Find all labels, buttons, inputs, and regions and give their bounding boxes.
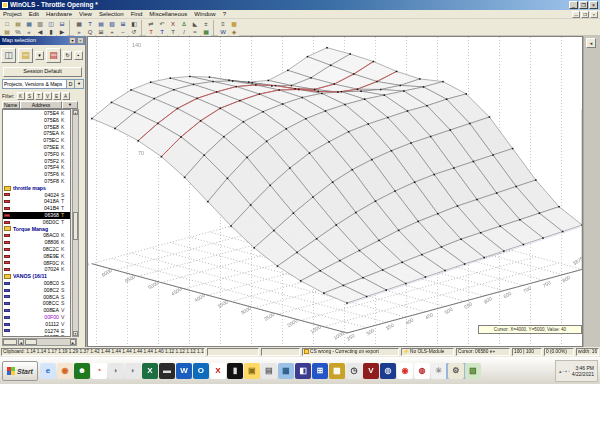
save-icon[interactable]: ▦ xyxy=(24,20,34,28)
text-red-icon[interactable]: T xyxy=(146,28,156,36)
taskbar-excel-icon[interactable]: X xyxy=(142,363,158,379)
percent-icon[interactable]: % xyxy=(13,28,23,36)
taskbar-gallery-icon[interactable]: ▩ xyxy=(329,363,345,379)
print-icon[interactable]: ▥ xyxy=(35,20,45,28)
panel-pin-button[interactable]: ▾ xyxy=(69,37,76,44)
rotate-icon[interactable]: ↺ xyxy=(129,28,139,36)
filter-button-s[interactable]: S xyxy=(26,92,34,100)
map-list-row[interactable]: 075E4K xyxy=(3,110,70,117)
window-split-vertical-icon[interactable]: ⊟ xyxy=(57,20,67,28)
save-map-icon[interactable]: ◫ xyxy=(1,48,16,63)
slope-icon[interactable]: ◣ xyxy=(190,20,200,28)
map-list-row[interactable]: 041B4T xyxy=(3,205,70,212)
map-list-folder-row[interactable]: Torque Manag xyxy=(3,226,70,233)
tray-icon-3[interactable]: ▪ xyxy=(565,368,567,374)
session-default-button[interactable]: Session Default xyxy=(3,67,82,77)
import-folder-icon[interactable]: ▤ xyxy=(46,48,61,63)
filter-button-k[interactable]: K xyxy=(17,92,25,100)
menu-item-help[interactable]: ? xyxy=(223,11,226,17)
map-list-row[interactable]: 075E6K xyxy=(3,117,70,124)
map-list-row[interactable]: 075EAK xyxy=(3,130,70,137)
map-list-folder-row[interactable]: throttle maps xyxy=(3,185,70,192)
taskbar-globe-icon[interactable]: ◍ xyxy=(414,363,430,379)
taskbar-photo-icon[interactable]: ▦ xyxy=(278,363,294,379)
dock-toggle-button[interactable]: ◂ xyxy=(586,38,596,48)
map-list-row[interactable]: 008C0S xyxy=(3,280,70,287)
menu-item-selection[interactable]: Selection xyxy=(99,11,124,17)
undo-icon[interactable]: ↶ xyxy=(157,20,167,28)
new-icon[interactable]: □ xyxy=(2,20,12,28)
split-view-icon[interactable]: ◧ xyxy=(129,20,139,28)
add-icon[interactable]: + xyxy=(107,28,117,36)
taskbar-media-player-icon[interactable]: ◉ xyxy=(57,363,73,379)
menu-item-miscellaneous[interactable]: Miscellaneous xyxy=(149,11,187,17)
column-sort-icon[interactable]: ▼ xyxy=(62,101,78,109)
panel-hscrollbar[interactable]: ◀ ▶ xyxy=(2,338,77,346)
surface-canvas[interactable] xyxy=(88,37,582,346)
taskbar-edge2-icon[interactable]: ◗ xyxy=(125,363,141,379)
pin-icon[interactable]: ▪ xyxy=(74,51,83,60)
menu-item-hardware[interactable]: Hardware xyxy=(46,11,72,17)
nav-last-icon[interactable]: » xyxy=(74,28,84,36)
map-list-row[interactable]: 075F4K xyxy=(3,164,70,171)
filter-button-v[interactable]: V xyxy=(44,92,52,100)
map-list-row[interactable]: 075F0K xyxy=(3,151,70,158)
nav-prev-icon[interactable]: ◀ xyxy=(35,28,45,36)
map-list-row[interactable]: 008C2S xyxy=(3,287,70,294)
scroll-right-icon[interactable]: ▶ xyxy=(70,339,76,345)
map-list-row[interactable]: 075E8K xyxy=(3,124,70,131)
grid-icon[interactable]: ⊞ xyxy=(96,28,106,36)
signed-icon[interactable]: ± xyxy=(201,20,211,28)
map-list-row[interactable]: 075F8K xyxy=(3,178,70,185)
map-list-row[interactable]: 008EAV xyxy=(3,307,70,314)
filter-button-e[interactable]: E xyxy=(53,92,61,100)
map-list-row[interactable]: 075F2K xyxy=(3,158,70,165)
taskbar-clock-app-icon[interactable]: ◷ xyxy=(346,363,362,379)
mdi-minimize-button[interactable]: — xyxy=(572,11,580,18)
view-2d-icon[interactable]: ▤ xyxy=(96,20,106,28)
open-dropdown-icon[interactable]: ▾ xyxy=(35,51,44,60)
hscroll-thumb[interactable] xyxy=(25,339,37,345)
map-list-folder-row[interactable]: VANOS (16/11 xyxy=(3,273,70,280)
scroll-left-icon[interactable]: ◀ xyxy=(18,339,24,345)
scroll-down-icon[interactable]: ▼ xyxy=(73,331,78,336)
open-folder-icon[interactable]: ▤ xyxy=(18,48,33,63)
minimize-button[interactable]: _ xyxy=(569,1,578,9)
filter-button-a[interactable]: A xyxy=(62,92,70,100)
map-list-row[interactable]: 08AC0K xyxy=(3,232,70,239)
taskbar-notebook-icon[interactable]: ▬ xyxy=(159,363,175,379)
taskbar-edge-icon[interactable]: ◗ xyxy=(108,363,124,379)
sync-windows-icon[interactable]: ⇄ xyxy=(146,20,156,28)
taskbar-red-x-icon[interactable]: X xyxy=(210,363,226,379)
delta-icon[interactable]: Δ xyxy=(179,20,189,28)
map-list-row[interactable]: 075ECK xyxy=(3,137,70,144)
refresh-icon[interactable]: ↻ xyxy=(63,51,72,60)
scroll-thumb[interactable] xyxy=(73,212,78,240)
map-list-row[interactable]: 06368T xyxy=(3,212,70,219)
map-list-row[interactable]: 08E9EK xyxy=(3,253,70,260)
mdi-restore-button[interactable]: ❐ xyxy=(581,11,589,18)
project-combo[interactable]: Projects, Versions & Maps D ▼ xyxy=(2,79,84,89)
maximize-button[interactable]: ❐ xyxy=(579,1,588,9)
filter-button-t[interactable]: T xyxy=(35,92,43,100)
taskbar-browser-icon[interactable]: ◉ xyxy=(397,363,413,379)
map-list-row[interactable]: 08806K xyxy=(3,239,70,246)
project-combo-tag[interactable]: D xyxy=(66,80,74,88)
nav-first-icon[interactable]: « xyxy=(24,28,34,36)
menu-item-view[interactable]: View xyxy=(79,11,92,17)
nav-stop-icon[interactable]: ▮ xyxy=(46,28,56,36)
chevron-down-icon[interactable]: ▼ xyxy=(74,80,83,88)
taskbar-webcam-icon[interactable]: ☻ xyxy=(74,363,90,379)
map-list-row[interactable]: 075EEK xyxy=(3,144,70,151)
folder-icon[interactable]: ▤ xyxy=(2,28,12,36)
taskbar-document-icon[interactable]: ▤ xyxy=(261,363,277,379)
view-hexdump-icon[interactable]: ▦ xyxy=(74,20,84,28)
wave-icon[interactable]: ≈ xyxy=(190,28,200,36)
scroll-up-icon[interactable]: ▲ xyxy=(73,110,78,115)
menu-item-edit[interactable]: Edit xyxy=(29,11,39,17)
text-black-icon[interactable]: T xyxy=(168,28,178,36)
multiply-icon[interactable]: X xyxy=(168,20,178,28)
colors-icon[interactable]: ▩ xyxy=(229,20,239,28)
width-icon[interactable]: W xyxy=(218,28,228,36)
column-address[interactable]: Address xyxy=(20,101,62,109)
